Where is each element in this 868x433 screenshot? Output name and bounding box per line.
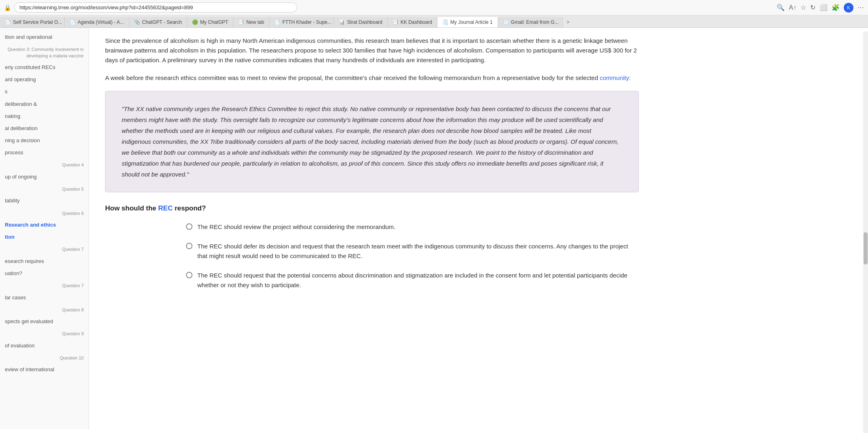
sidebar-item-position[interactable]: ition and operational [0,31,89,43]
sidebar-item-stability[interactable]: tability [0,195,89,207]
tab-label: Self Service Portal O... [13,19,62,25]
tab-favicon: 🗒️ [442,19,448,25]
tab-favicon: 📄 [5,19,11,25]
tab-label: New tab [246,19,264,25]
memorandum-box: "The XX native community urges the Resea… [105,91,639,192]
tab-favicon: ✉️ [503,19,509,25]
tab-more[interactable]: > [563,17,574,27]
intro-p2-before: A week before the research ethics commit… [105,74,600,81]
sidebar-q5-label: Question 5 [0,183,89,195]
question-label-before: How should the [105,204,158,212]
extensions-icon[interactable]: 🧩 [832,4,840,11]
sidebar-q4-label: Question 4 [0,159,89,170]
tab-favicon: 📄 [274,19,280,25]
tab-label: Gmail: Email from G... [511,19,559,25]
scrollbar-track[interactable] [863,32,868,433]
intro-paragraph1: Since the prevalence of alcoholism is hi… [105,36,639,65]
tab-chatgpt-search[interactable]: 📎 ChatGPT - Search [129,17,187,27]
tab-agenda[interactable]: 📄 Agenda (Virtual) - A... [65,17,129,27]
tab-manager-icon[interactable]: ⬜ [819,4,828,11]
tab-selfservice[interactable]: 📄 Self Service Portal O... [0,17,65,27]
sidebar: ition and operational Question 3: Commun… [0,28,89,429]
content-area: Since the prevalence of alcoholism is hi… [89,28,655,429]
answer-option-b[interactable]: The REC should defer its decision and re… [186,242,639,261]
sidebar-item-making[interactable]: naking [0,110,89,122]
tab-strat[interactable]: 📊 Strat Dashboard [334,17,387,27]
tab-newtab[interactable]: 📑 New tab [233,17,269,27]
more-icon[interactable]: ⋯ [857,4,864,11]
sidebar-item-review[interactable]: eview of international [0,364,89,376]
answer-options: The REC should review the project withou… [186,222,639,290]
tab-kk[interactable]: 📑 KK Dashboard [388,17,437,27]
question-label-after: respond? [173,204,206,212]
browser-icons: 🔍 A↑ ☆ ↻ ⬜ 🧩 K ⋯ [777,3,864,13]
tab-label: Agenda (Virtual) - A... [78,19,124,25]
sidebar-q8-label: Question 8 [0,304,89,315]
tab-favicon: 🟢 [192,19,198,25]
sidebar-q3-label: Question 3: Community involvement in dev… [0,43,89,61]
tab-label: My Journal Article 1 [450,19,493,25]
answer-option-c[interactable]: The REC should request that the potentia… [186,271,639,290]
sidebar-item-s[interactable]: s [0,86,89,98]
tab-label: FTTH Khader - Supe... [282,19,331,25]
sidebar-item-research-ethics[interactable]: Research and ethics [0,219,89,231]
radio-c[interactable] [186,272,192,278]
community-link[interactable]: community: [600,74,631,81]
text-size-icon[interactable]: A↑ [789,4,796,11]
sidebar-item-uation[interactable]: uation? [0,267,89,280]
refresh-icon[interactable]: ↻ [810,4,815,11]
sidebar-item-deliberation[interactable]: deliberation & [0,98,89,110]
memorandum-text: "The XX native community urges the Resea… [122,103,622,180]
sidebar-q6-label: Question 6 [0,207,89,219]
tab-favicon: 📄 [70,19,76,25]
answer-c-text: The REC should request that the potentia… [197,271,639,290]
tab-journal[interactable]: 🗒️ My Journal Article 1 [437,17,498,27]
sidebar-item-lar[interactable]: lar cases [0,292,89,304]
sidebar-item-spects[interactable]: spects get evaluated [0,315,89,328]
scrollbar-thumb[interactable] [864,232,868,265]
sidebar-q7-label: Question 7 [0,243,89,255]
intro-paragraph2: A week before the research ethics commit… [105,73,639,83]
sidebar-item-deliberation2[interactable]: al deliberation [0,122,89,135]
sidebar-q7b-label: Question 7 [0,280,89,291]
main-layout: ition and operational Question 3: Commun… [0,28,868,429]
radio-a[interactable] [186,223,192,230]
sidebar-q9-label: Question 9 [0,328,89,339]
sidebar-item-of-eval[interactable]: of evaluation [0,340,89,352]
tab-favicon: 📎 [134,19,140,25]
tab-label: Strat Dashboard [347,19,382,25]
tab-ftth[interactable]: 📄 FTTH Khader - Supe... [269,17,334,27]
tab-favicon: 📑 [393,19,399,25]
tab-favicon: 📊 [339,19,345,25]
tab-gmail[interactable]: ✉️ Gmail: Email from G... [498,17,563,27]
question-heading: How should the REC respond? [105,204,639,212]
star-icon[interactable]: ☆ [800,4,806,11]
tabs-bar: 📄 Self Service Portal O... 📄 Agenda (Vir… [0,15,868,27]
sidebar-q10-label: Question 10 [0,352,89,364]
sidebar-item-tion[interactable]: tion [0,231,89,243]
answer-a-text: The REC should review the project withou… [197,222,395,232]
tab-favicon: 📑 [238,19,244,25]
sidebar-item-operating[interactable]: ard operating [0,74,89,86]
sidebar-item-ongoing[interactable]: up of ongoing [0,171,89,183]
lock-icon: 🔒 [4,4,11,11]
tab-mychatgpt[interactable]: 🟢 My ChatGPT [187,17,233,27]
address-input[interactable] [14,2,297,13]
address-bar: 🔒 🔍 A↑ ☆ ↻ ⬜ 🧩 K ⋯ [0,0,868,15]
sidebar-item-process[interactable]: process [0,147,89,159]
tab-label: ChatGPT - Search [142,19,182,25]
sidebar-item-recs[interactable]: erly constituted RECs [0,61,89,74]
tab-label: KK Dashboard [401,19,432,25]
answer-b-text: The REC should defer its decision and re… [197,242,639,261]
question-label-highlight: REC [158,204,173,212]
answer-option-a[interactable]: The REC should review the project withou… [186,222,639,232]
search-icon[interactable]: 🔍 [777,4,785,11]
sidebar-item-research-requires[interactable]: esearch requires [0,255,89,267]
browser-chrome: 🔒 🔍 A↑ ☆ ↻ ⬜ 🧩 K ⋯ 📄 Self Service Portal… [0,0,868,28]
tab-label: My ChatGPT [200,19,228,25]
sidebar-item-decision[interactable]: ning a decision [0,135,89,147]
radio-b[interactable] [186,243,192,249]
profile-icon[interactable]: K [844,3,853,13]
